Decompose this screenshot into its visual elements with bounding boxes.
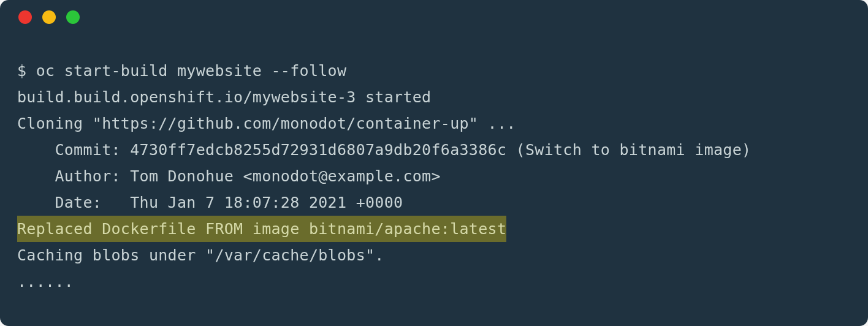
terminal-line-output: build.build.openshift.io/mywebsite-3 sta… [17, 84, 851, 110]
terminal-content[interactable]: $ oc start-build mywebsite --follow buil… [0, 34, 868, 307]
terminal-line-output: Author: Tom Donohue <monodot@example.com… [17, 163, 851, 189]
maximize-icon[interactable] [66, 10, 80, 24]
terminal-line-command: $ oc start-build mywebsite --follow [17, 58, 851, 84]
terminal-line-output: Cloning "https://github.com/monodot/cont… [17, 110, 851, 137]
close-icon[interactable] [18, 10, 32, 24]
terminal-line-output: Caching blobs under "/var/cache/blobs". [17, 242, 851, 268]
minimize-icon[interactable] [42, 10, 56, 24]
terminal-line-highlight: Replaced Dockerfile FROM image bitnami/a… [17, 216, 506, 242]
terminal-line-output: Commit: 4730ff7edcb8255d72931d6807a9db20… [17, 137, 851, 163]
terminal-line-output: Date: Thu Jan 7 18:07:28 2021 +0000 [17, 189, 851, 216]
terminal-window: $ oc start-build mywebsite --follow buil… [0, 0, 868, 326]
title-bar [0, 0, 868, 34]
terminal-line-output: ...... [17, 268, 851, 295]
